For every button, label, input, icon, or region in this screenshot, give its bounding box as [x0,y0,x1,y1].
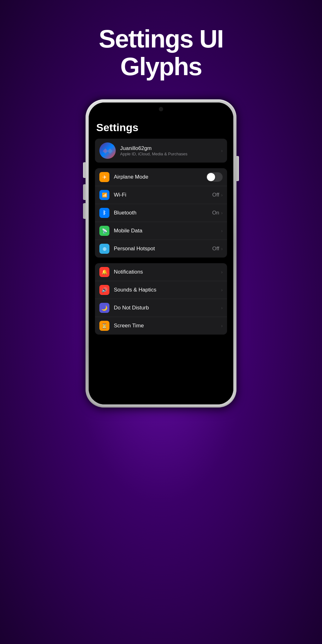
mobile-data-label: Mobile Data [114,228,221,234]
airplane-mode-icon-bg: ✈ [99,172,109,182]
page-title: Settings UI Glyphs [99,25,223,80]
mobile-data-icon: 📡 [102,228,107,233]
notifications-icon: 🔔 [102,269,108,275]
screen-time-label: Screen Time [114,323,221,329]
sounds-icon-bg: 🔊 [99,285,109,295]
profile-username: Juanillo62gm [120,145,221,152]
wifi-row[interactable]: 📶 Wi-Fi Off › [95,186,227,204]
phone-mockup: Settings ◈◈ Juanillo62gm Apple ID, iClou… [86,99,236,408]
hotspot-label: Personal Hotspot [114,246,212,252]
dnd-icon-bg: 🌙 [99,303,109,313]
toggle-thumb [207,173,215,181]
bluetooth-icon-bg: ᛒ [99,208,109,218]
profile-chevron: › [221,148,223,153]
screen-time-icon: ⏳ [101,323,108,329]
airplane-mode-toggle[interactable] [206,172,223,182]
screen-time-icon-bg: ⏳ [99,321,109,331]
airplane-mode-row[interactable]: ✈ Airplane Mode [95,168,227,186]
wifi-icon: 📶 [102,192,107,197]
sounds-label: Sounds & Haptics [114,287,221,293]
notifications-chevron: › [221,269,223,275]
bluetooth-row[interactable]: ᛒ Bluetooth On › [95,204,227,222]
bluetooth-icon: ᛒ [103,210,106,216]
mobile-data-icon-bg: 📡 [99,226,109,236]
profile-subtitle: Apple ID, iCloud, Media & Purchases [120,152,221,156]
notifications-icon-bg: 🔔 [99,267,109,277]
airplane-icon: ✈ [103,174,107,180]
profile-info: Juanillo62gm Apple ID, iCloud, Media & P… [120,145,221,156]
do-not-disturb-row[interactable]: 🌙 Do Not Disturb › [95,299,227,317]
wifi-icon-bg: 📶 [99,190,109,200]
mobile-data-row[interactable]: 📡 Mobile Data › [95,222,227,240]
wifi-chevron: › [221,192,223,197]
dnd-chevron: › [221,305,223,310]
system-settings-group: 🔔 Notifications › 🔊 [95,263,227,335]
sounds-icon: 🔊 [102,287,108,293]
wifi-label: Wi-Fi [114,192,212,198]
bluetooth-status: On [212,210,219,216]
hotspot-icon-bg: ⊕ [99,244,109,254]
notifications-label: Notifications [114,269,221,275]
airplane-mode-label: Airplane Mode [114,174,206,180]
profile-row[interactable]: ◈◈ Juanillo62gm Apple ID, iCloud, Media … [95,139,227,163]
sounds-chevron: › [221,287,223,292]
personal-hotspot-row[interactable]: ⊕ Personal Hotspot Off › [95,240,227,258]
bluetooth-label: Bluetooth [114,210,212,216]
bluetooth-chevron: › [221,210,223,215]
hotspot-icon: ⊕ [103,246,107,252]
connectivity-group: ✈ Airplane Mode 📶 [95,168,227,258]
notifications-row[interactable]: 🔔 Notifications › [95,263,227,281]
hotspot-status: Off [212,246,219,252]
mobile-data-chevron: › [221,228,223,233]
wifi-status: Off [212,192,219,198]
screen-time-row[interactable]: ⏳ Screen Time › [95,317,227,335]
screen-time-chevron: › [221,323,223,328]
dnd-label: Do Not Disturb [114,305,221,311]
hotspot-chevron: › [221,246,223,251]
settings-title: Settings [95,121,227,134]
camera-notch [159,107,163,111]
dnd-icon: 🌙 [101,305,108,311]
profile-group: ◈◈ Juanillo62gm Apple ID, iCloud, Media … [95,139,227,163]
avatar: ◈◈ [99,142,116,159]
sounds-haptics-row[interactable]: 🔊 Sounds & Haptics › [95,281,227,299]
